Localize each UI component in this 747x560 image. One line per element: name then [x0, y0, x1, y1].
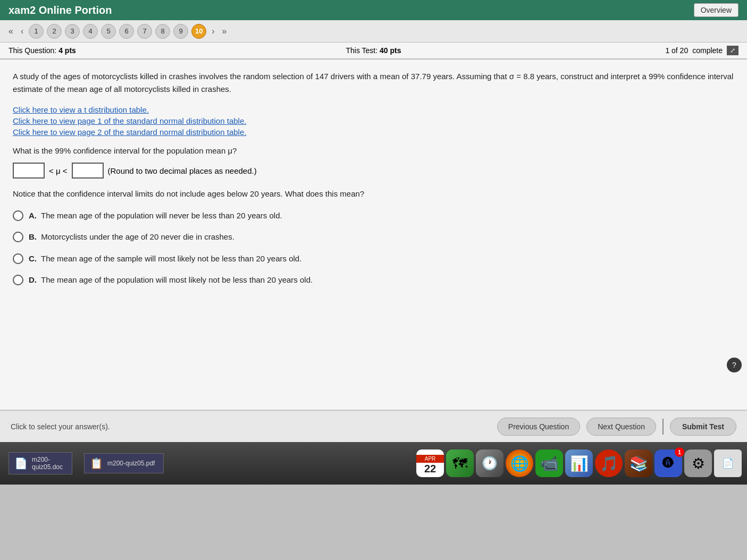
- test-pts-section: This Test: 40 pts: [252, 46, 496, 55]
- bottom-buttons: Previous Question Next Question Submit T…: [497, 418, 736, 436]
- taskbar-doc-item[interactable]: 📄 m200-quiz05.doc: [5, 450, 75, 477]
- option-row-a: A. The mean age of the population will n…: [13, 210, 734, 222]
- radio-b[interactable]: [13, 232, 23, 242]
- select-hint: Click to select your answer(s).: [11, 422, 110, 431]
- option-row-b: B. Motorcyclists under the age of 20 nev…: [13, 231, 734, 243]
- calendar-icon[interactable]: APR 22: [416, 449, 444, 477]
- interval-question: What is the 99% confidence interval for …: [13, 146, 734, 155]
- music-icon[interactable]: 🎵: [595, 449, 623, 477]
- books-icon[interactable]: 📚: [625, 449, 652, 477]
- bottom-bar: Click to select your answer(s). Previous…: [0, 410, 747, 442]
- option-row-c: C. The mean age of the sample will most …: [13, 253, 734, 265]
- nav-page-9[interactable]: 9: [173, 24, 188, 39]
- normal-dist-page2-link[interactable]: Click here to view page 2 of the standar…: [13, 128, 734, 137]
- nav-page-4[interactable]: 4: [83, 24, 98, 39]
- appstore-icon[interactable]: 🅐 1: [654, 449, 682, 477]
- option-label-a: A. The mean age of the population will n…: [29, 210, 282, 222]
- chrome-icon[interactable]: 🌐: [506, 449, 533, 477]
- doc-file-label: m200-quiz05.doc: [32, 456, 66, 471]
- taskbar: 📄 m200-quiz05.doc 📋 m200-quiz05.pdf APR …: [0, 442, 747, 485]
- interval-lower-input[interactable]: [13, 163, 45, 179]
- links-section: Click here to view a t distribution tabl…: [13, 105, 734, 137]
- progress-section: 1 of 20 complete ⤢: [495, 46, 738, 55]
- pdf-file-label: m200-quiz05.pdf: [107, 460, 155, 467]
- radio-d[interactable]: [13, 275, 23, 285]
- taskbar-pdf-item[interactable]: 📋 m200-quiz05.pdf: [81, 451, 167, 476]
- app-title: xam2 Online Portion: [9, 4, 112, 16]
- question-label: This Question:: [9, 46, 56, 55]
- help-button[interactable]: ?: [727, 358, 742, 372]
- maps-icon[interactable]: 🗺: [446, 449, 474, 477]
- normal-dist-page1-link[interactable]: Click here to view page 1 of the standar…: [13, 116, 734, 125]
- nav-page-6[interactable]: 6: [119, 24, 134, 39]
- question-pts-section: This Question: 4 pts: [9, 46, 252, 55]
- divider: [662, 419, 664, 435]
- document-icon[interactable]: 📄: [714, 449, 742, 477]
- nav-next-button[interactable]: ›: [209, 26, 216, 37]
- interval-row: < μ < (Round to two decimal places as ne…: [13, 163, 734, 179]
- doc-file-icon: 📄 m200-quiz05.doc: [9, 452, 72, 474]
- nav-page-2[interactable]: 2: [47, 24, 62, 39]
- overview-button[interactable]: Overview: [694, 3, 738, 17]
- option-label-c: C. The mean age of the sample will most …: [29, 253, 301, 265]
- nav-first-button[interactable]: «: [6, 26, 15, 37]
- nav-page-7[interactable]: 7: [137, 24, 152, 39]
- nav-prev-button[interactable]: ‹: [19, 26, 26, 37]
- radio-c[interactable]: [13, 253, 23, 264]
- round-note: (Round to two decimal places as needed.): [108, 166, 257, 175]
- submit-test-button[interactable]: Submit Test: [670, 418, 736, 436]
- expand-icon[interactable]: ⤢: [727, 46, 738, 55]
- test-pts: 40 pts: [380, 46, 401, 55]
- question-pts: 4 pts: [58, 46, 76, 55]
- next-question-button[interactable]: Next Question: [586, 418, 656, 436]
- options-section: A. The mean age of the population will n…: [13, 210, 734, 286]
- settings-icon[interactable]: ⚙: [684, 449, 712, 477]
- radio-a[interactable]: [13, 210, 23, 221]
- taskbar-right-icons: APR 22 🗺 🕐 🌐 📹 📊 🎵 📚 🅐 1 ⚙ 📄: [416, 449, 742, 477]
- nav-page-3[interactable]: 3: [65, 24, 80, 39]
- clock-icon[interactable]: 🕐: [476, 449, 503, 477]
- cal-month: APR: [416, 455, 444, 463]
- nav-last-button[interactable]: »: [220, 26, 229, 37]
- option-label-d: D. The mean age of the population will m…: [29, 274, 313, 286]
- interval-symbol: < μ <: [49, 166, 68, 175]
- notice-text: Notice that the confidence interval limi…: [13, 188, 734, 200]
- keynote-icon[interactable]: 📊: [565, 449, 593, 477]
- nav-page-5[interactable]: 5: [101, 24, 116, 39]
- header-bar: xam2 Online Portion Overview: [0, 0, 747, 20]
- prev-question-button[interactable]: Previous Question: [497, 418, 580, 436]
- nav-page-1[interactable]: 1: [29, 24, 44, 39]
- pdf-file-icon: 📋 m200-quiz05.pdf: [84, 453, 164, 473]
- cal-day: 22: [424, 463, 436, 477]
- test-label: This Test:: [346, 46, 378, 55]
- option-row-d: D. The mean age of the population will m…: [13, 274, 734, 286]
- question-text: A study of the ages of motorcyclists kil…: [13, 70, 734, 96]
- facetime-icon[interactable]: 📹: [535, 449, 563, 477]
- nav-bar: « ‹ 1 2 3 4 5 6 7 8 9 10 › »: [0, 20, 747, 43]
- progress-text: 1 of 20: [665, 46, 688, 55]
- complete-label: complete: [692, 46, 723, 55]
- nav-page-10[interactable]: 10: [191, 24, 206, 39]
- interval-upper-input[interactable]: [72, 163, 104, 179]
- info-bar: This Question: 4 pts This Test: 40 pts 1…: [0, 43, 747, 60]
- nav-page-8[interactable]: 8: [155, 24, 170, 39]
- main-content: A study of the ages of motorcyclists kil…: [0, 60, 747, 410]
- option-label-b: B. Motorcyclists under the age of 20 nev…: [29, 231, 234, 243]
- t-distribution-link[interactable]: Click here to view a t distribution tabl…: [13, 105, 734, 114]
